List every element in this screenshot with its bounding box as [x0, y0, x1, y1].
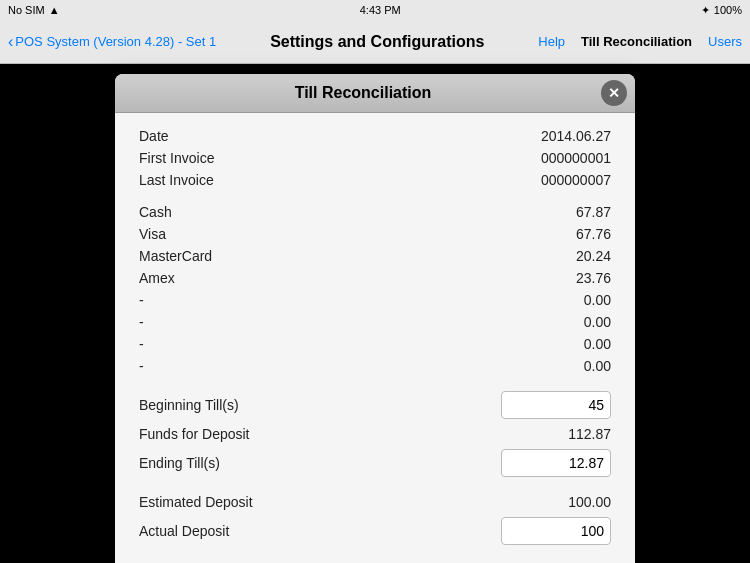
battery-label: 100%: [714, 4, 742, 16]
difference-row: Difference 0.00: [139, 559, 611, 563]
till-reconciliation-dialog: Till Reconciliation ✕ Date 2014.06.27 Fi…: [115, 74, 635, 563]
dialog-body: Date 2014.06.27 First Invoice 000000001 …: [115, 113, 635, 563]
last-invoice-value: 000000007: [511, 172, 611, 188]
other2-value: 0.00: [511, 314, 611, 330]
nav-bar: ‹ POS System (Version 4.28) - Set 1 Sett…: [0, 20, 750, 64]
nav-help-button[interactable]: Help: [538, 34, 565, 49]
other1-value: 0.00: [511, 292, 611, 308]
amex-value: 23.76: [511, 270, 611, 286]
nav-title: Settings and Configurations: [216, 33, 538, 51]
cash-value: 67.87: [511, 204, 611, 220]
first-invoice-label: First Invoice: [139, 150, 214, 166]
first-invoice-value: 000000001: [511, 150, 611, 166]
actual-deposit-input[interactable]: [501, 517, 611, 545]
last-invoice-label: Last Invoice: [139, 172, 214, 188]
dialog-close-button[interactable]: ✕: [601, 80, 627, 106]
carrier-label: No SIM: [8, 4, 45, 16]
beginning-till-row: Beginning Till(s): [139, 387, 611, 423]
other2-row: - 0.00: [139, 311, 611, 333]
other3-label: -: [139, 336, 144, 352]
beginning-till-label: Beginning Till(s): [139, 397, 239, 413]
nav-till-reconciliation-button[interactable]: Till Reconciliation: [581, 34, 692, 49]
dialog-title: Till Reconciliation: [295, 84, 432, 101]
back-chevron-icon: ‹: [8, 33, 13, 51]
estimated-deposit-value: 100.00: [511, 494, 611, 510]
cash-row: Cash 67.87: [139, 201, 611, 223]
estimated-deposit-label: Estimated Deposit: [139, 494, 253, 510]
nav-users-button[interactable]: Users: [708, 34, 742, 49]
wifi-icon: ▲: [49, 4, 60, 16]
mastercard-value: 20.24: [511, 248, 611, 264]
amex-row: Amex 23.76: [139, 267, 611, 289]
other4-row: - 0.00: [139, 355, 611, 377]
actual-deposit-row: Actual Deposit: [139, 513, 611, 549]
beginning-till-input[interactable]: [501, 391, 611, 419]
other3-value: 0.00: [511, 336, 611, 352]
visa-row: Visa 67.76: [139, 223, 611, 245]
first-invoice-row: First Invoice 000000001: [139, 147, 611, 169]
status-bar-left: No SIM ▲: [8, 4, 60, 16]
ending-till-input[interactable]: [501, 449, 611, 477]
status-bar-right: ✦ 100%: [701, 4, 742, 17]
ending-till-label: Ending Till(s): [139, 455, 220, 471]
date-value: 2014.06.27: [511, 128, 611, 144]
last-invoice-row: Last Invoice 000000007: [139, 169, 611, 191]
other2-label: -: [139, 314, 144, 330]
other4-label: -: [139, 358, 144, 374]
status-bar-time: 4:43 PM: [360, 4, 401, 16]
estimated-deposit-row: Estimated Deposit 100.00: [139, 491, 611, 513]
bluetooth-icon: ✦: [701, 4, 710, 17]
visa-value: 67.76: [511, 226, 611, 242]
nav-actions: Help Till Reconciliation Users: [538, 34, 742, 49]
amex-label: Amex: [139, 270, 175, 286]
funds-deposit-row: Funds for Deposit 112.87: [139, 423, 611, 445]
other1-row: - 0.00: [139, 289, 611, 311]
other1-label: -: [139, 292, 144, 308]
mastercard-row: MasterCard 20.24: [139, 245, 611, 267]
date-row: Date 2014.06.27: [139, 125, 611, 147]
other3-row: - 0.00: [139, 333, 611, 355]
other4-value: 0.00: [511, 358, 611, 374]
cash-label: Cash: [139, 204, 172, 220]
funds-deposit-label: Funds for Deposit: [139, 426, 250, 442]
nav-back-button[interactable]: ‹ POS System (Version 4.28) - Set 1: [8, 33, 216, 51]
main-content: Till Reconciliation ✕ Date 2014.06.27 Fi…: [0, 64, 750, 563]
funds-deposit-value: 112.87: [511, 426, 611, 442]
visa-label: Visa: [139, 226, 166, 242]
status-bar: No SIM ▲ 4:43 PM ✦ 100%: [0, 0, 750, 20]
dialog-header: Till Reconciliation ✕: [115, 74, 635, 113]
ending-till-row: Ending Till(s): [139, 445, 611, 481]
nav-back-label: POS System (Version 4.28) - Set 1: [15, 34, 216, 49]
date-label: Date: [139, 128, 169, 144]
mastercard-label: MasterCard: [139, 248, 212, 264]
actual-deposit-label: Actual Deposit: [139, 523, 229, 539]
